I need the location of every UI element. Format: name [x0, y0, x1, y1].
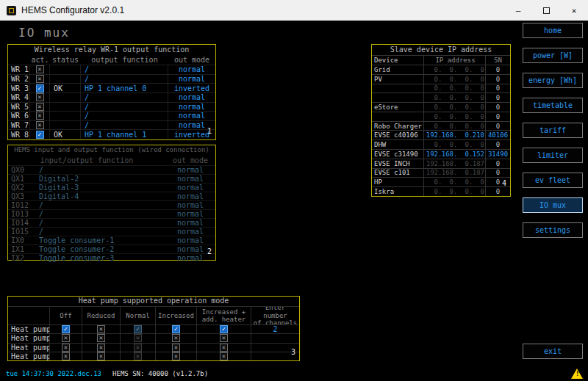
exit-button[interactable]: exit [523, 344, 583, 359]
device-ip-field[interactable]: 0000 [423, 74, 485, 84]
device-ip-field[interactable]: 0000 [423, 92, 485, 102]
hp-normal-checkbox[interactable] [134, 352, 142, 360]
sidebar-button[interactable]: limiter [523, 148, 583, 163]
hp-reduced-checkbox[interactable] [97, 334, 105, 342]
device-ip-field[interactable]: 0000 [423, 84, 485, 93]
wr-enable-checkbox[interactable] [36, 103, 44, 111]
device-sn-field[interactable]: 0 [485, 65, 510, 74]
device-ip-field[interactable]: 1921680187 [423, 159, 485, 168]
minimize-button[interactable]: — [504, 0, 532, 21]
maximize-button[interactable] [532, 0, 560, 21]
wr-out-mode-select[interactable]: normal [168, 75, 215, 84]
device-sn-field[interactable]: 0 [485, 92, 510, 102]
hp-normal-checkbox[interactable] [134, 344, 142, 352]
wr-out-mode-select[interactable]: normal [168, 65, 215, 74]
device-sn-field[interactable]: 0 [485, 84, 510, 93]
hp-increased-checkbox[interactable] [172, 334, 180, 342]
wr-enable-checkbox[interactable] [36, 93, 44, 101]
device-sn-field[interactable]: 0 [485, 139, 510, 149]
device-ip-field[interactable]: 0000 [423, 102, 485, 112]
hp-reduced-checkbox[interactable] [97, 325, 105, 333]
io-function-value: / [35, 210, 165, 218]
hp-increased-heater-checkbox[interactable] [220, 352, 228, 360]
sidebar-button[interactable]: home [523, 23, 583, 38]
ip-octet: 168 [441, 150, 453, 158]
device-ip-field[interactable]: 0000 [423, 121, 485, 131]
hp-normal-checkbox[interactable] [134, 334, 142, 342]
sidebar-button[interactable]: ev fleet [523, 173, 583, 188]
wr-output-function-select[interactable]: HP 1 channel 0 [81, 84, 168, 92]
hp-off-cell [49, 343, 82, 352]
sidebar-button[interactable]: settings [523, 222, 583, 238]
wr-enable-checkbox[interactable] [36, 65, 44, 73]
device-name: Iskra [372, 186, 423, 196]
device-ip-field[interactable]: 1921680187 [423, 168, 485, 178]
warning-icon[interactable] [571, 369, 583, 379]
device-ip-field[interactable]: 0000 [423, 186, 485, 196]
device-sn-field[interactable]: 0 [485, 112, 510, 121]
hp-off-checkbox[interactable] [62, 325, 70, 333]
hp-normal-checkbox[interactable] [134, 325, 142, 333]
ip-octet: 0 [456, 160, 469, 167]
wr-output-function-select[interactable]: / [81, 103, 168, 112]
ip-octet: 210 [472, 131, 484, 139]
panel-badge-3: 3 [291, 348, 295, 356]
device-sn-field[interactable]: 0 [485, 74, 510, 84]
device-ip-field[interactable]: 1921680210 [423, 130, 485, 139]
hp-off-checkbox[interactable] [62, 352, 70, 360]
wr-output-function-select[interactable]: / [81, 65, 168, 74]
wr-output-function-select[interactable]: / [81, 75, 168, 84]
sidebar-button[interactable]: energy [Wh] [523, 73, 583, 88]
device-ip-field[interactable]: 0000 [423, 177, 485, 186]
column-header-reduced: Reduced [82, 306, 120, 324]
device-ip-field[interactable]: 1921680152 [423, 149, 485, 159]
wr-out-mode-select[interactable]: normal [168, 112, 215, 120]
wr-enable-checkbox[interactable] [36, 131, 44, 139]
device-sn-field[interactable]: 40106 [485, 130, 510, 139]
hp-increased-cell [155, 352, 196, 360]
wr-enable-checkbox[interactable] [36, 121, 44, 129]
device-ip-field[interactable]: 0000 [423, 112, 485, 121]
column-header-normal: Normal [120, 306, 155, 324]
hp-increased-heater-checkbox[interactable] [220, 344, 228, 352]
device-sn-field[interactable]: 0 [485, 159, 510, 168]
ip-octet: 168 [441, 160, 453, 167]
device-ip-field[interactable]: 0000 [423, 139, 485, 149]
device-sn-field[interactable]: 0 [485, 121, 510, 131]
hp-reduced-checkbox[interactable] [97, 344, 105, 352]
sidebar-button[interactable]: timetable [523, 98, 583, 113]
maximize-icon [543, 7, 550, 14]
hp-reduced-checkbox[interactable] [97, 352, 105, 360]
hp-increased-heater-checkbox[interactable] [220, 334, 228, 342]
wr-out-mode-select[interactable]: normal [168, 103, 215, 112]
wr-enable-checkbox[interactable] [36, 112, 44, 120]
hp-label: Heat pump 1 [8, 324, 49, 333]
wr-output-function-select[interactable]: / [81, 112, 168, 120]
wr-enable-checkbox[interactable] [36, 84, 44, 92]
close-button[interactable]: ✕ [560, 0, 588, 21]
wr-output-function-select[interactable]: / [81, 93, 168, 102]
wr-enable-checkbox[interactable] [36, 75, 44, 83]
hp-increased-checkbox[interactable] [172, 344, 180, 352]
sidebar-button[interactable]: power [W] [523, 48, 583, 63]
wr-output-function-select[interactable]: / [81, 121, 168, 130]
hp-increased-checkbox[interactable] [172, 325, 180, 333]
wr-out-mode-select[interactable]: inverted [168, 84, 215, 92]
hp-channels-input[interactable]: 2 [251, 324, 299, 333]
device-sn-field[interactable]: 0 [485, 186, 510, 196]
hp-normal-cell [120, 352, 155, 360]
window-titlebar[interactable]: HEMS Configurator v2.0.1 — ✕ [0, 0, 588, 21]
sidebar-button[interactable]: tariff [523, 123, 583, 138]
hp-channels-input[interactable] [251, 333, 299, 342]
device-ip-field[interactable]: 0000 [423, 65, 485, 74]
wr-out-mode-select[interactable]: normal [168, 93, 215, 102]
device-sn-field[interactable]: 0 [485, 168, 510, 178]
device-sn-field[interactable]: 0 [485, 102, 510, 112]
hp-increased-checkbox[interactable] [172, 352, 180, 360]
device-sn-field[interactable]: 31490 [485, 149, 510, 159]
wr-output-function-select[interactable]: HP 1 channel 1 [81, 130, 168, 139]
hp-increased-heater-checkbox[interactable] [220, 325, 228, 333]
sidebar-button[interactable]: IO mux [523, 197, 583, 213]
hp-off-checkbox[interactable] [62, 334, 70, 342]
hp-off-checkbox[interactable] [62, 344, 70, 352]
